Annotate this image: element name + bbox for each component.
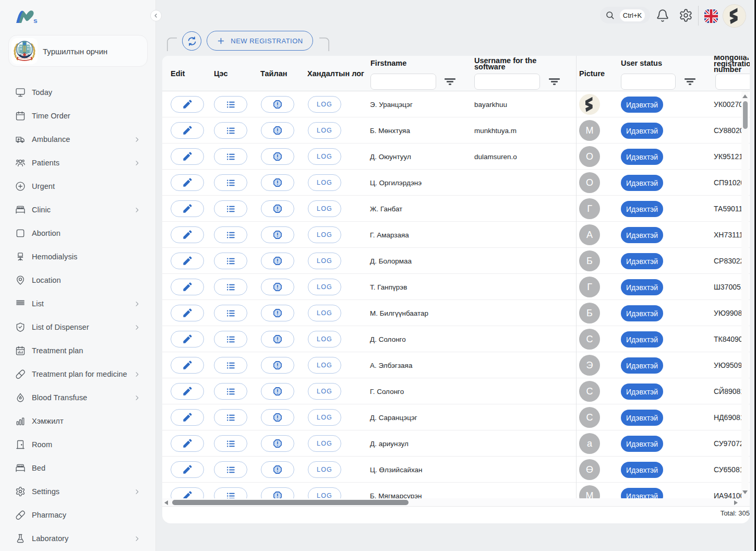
svg-text:s: s bbox=[33, 17, 38, 23]
